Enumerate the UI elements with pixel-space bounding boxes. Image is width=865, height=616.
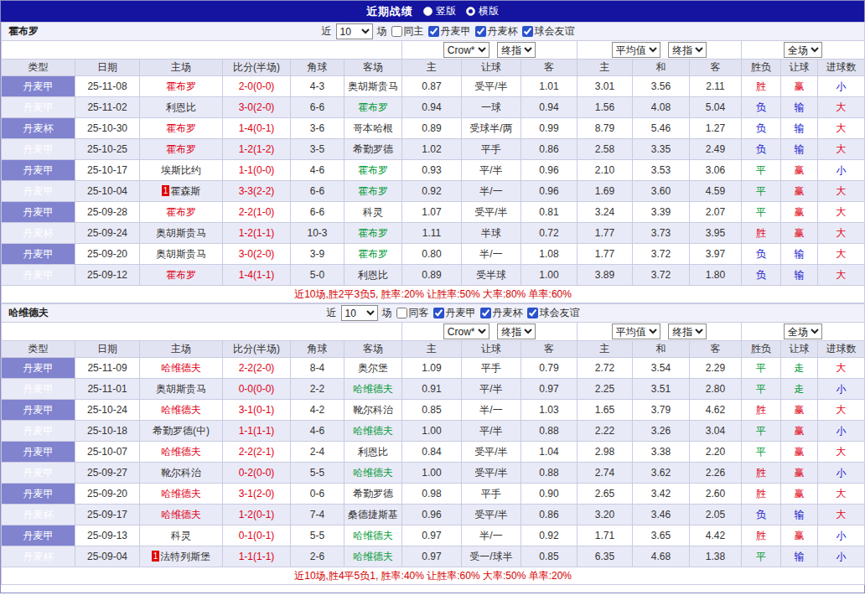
layout-option-horizontal[interactable]: 横版 [466,4,499,18]
horizontal-radio[interactable] [466,7,475,16]
match-filters: 近 10 场 同主 丹麦甲 丹麦杯 球会友谊 [322,23,575,39]
away-team-link[interactable]: 哈维德夫 [344,421,402,442]
layout-option-vertical[interactable]: 竖版 [423,4,456,18]
home-team-link[interactable]: 利恩比 [140,97,223,118]
handicap-cell: 受平/半 [462,442,521,463]
home-team-link[interactable]: 1霍森斯 [140,181,223,202]
handicap-cell: 平/半 [462,160,521,181]
bookmaker-select[interactable]: Crow* [443,324,489,339]
filter-cup[interactable]: 丹麦杯 [480,306,523,320]
away-team-link[interactable]: 霍布罗 [344,223,402,244]
same-venue-checkbox[interactable] [391,26,402,37]
league-checkbox[interactable] [433,308,444,318]
home-team-link[interactable]: 霍布罗 [140,202,223,223]
filter-friendly[interactable]: 球会友谊 [522,24,575,39]
home-team-link[interactable]: 希勤罗德(中) [140,421,223,442]
home-team-link[interactable]: 1法特列斯堡 [140,546,223,567]
average-mode-select[interactable]: 终指 [668,42,707,58]
away-team-link[interactable]: 奥尔堡 [344,358,402,379]
filter-same-venue[interactable]: 同客 [396,306,429,320]
friendly-checkbox[interactable] [522,26,533,37]
away-team-link[interactable]: 靴尔科治 [344,400,402,421]
away-team-link[interactable]: 霍布罗 [344,160,402,181]
home-team-link[interactable]: 哈维德夫 [140,358,223,379]
match-row: 丹麦杯 25-09-24 奥胡斯贵马 1-2(1-1) 10-3 霍布罗 1.1… [2,223,865,244]
result-cell: 平 [742,160,781,181]
home-team-link[interactable]: 霍布罗 [140,76,223,97]
average-mode-select[interactable]: 终指 [668,324,707,339]
bookmaker-select[interactable]: Crow* [443,42,489,58]
cup-checkbox[interactable] [480,308,491,318]
match-date-cell: 25-10-25 [75,139,140,160]
goals-result-cell: 大 [818,358,865,379]
home-team-link[interactable]: 奥胡斯贵马 [140,244,223,265]
filter-league[interactable]: 丹麦甲 [428,24,471,39]
away-team-link[interactable]: 科灵 [344,202,402,223]
league-checkbox[interactable] [428,26,439,37]
home-team-link[interactable]: 霍布罗 [140,118,223,139]
home-odds-cell: 1.00 [402,421,462,442]
home-team-link[interactable]: 哈维德夫 [140,505,223,525]
avg-home-cell: 6.35 [578,546,633,567]
avg-draw-cell: 5.46 [633,118,690,139]
home-team-link[interactable]: 哈维德夫 [140,400,223,421]
vertical-radio[interactable] [423,7,432,16]
home-team-link[interactable]: 科灵 [140,525,223,546]
scope-header: 全场 [742,323,865,341]
bookmaker-mode-select[interactable]: 终指 [497,42,536,58]
home-team-link[interactable]: 埃斯比约 [140,160,223,181]
home-team-link[interactable]: 霍布罗 [140,265,223,286]
cup-checkbox[interactable] [475,26,486,37]
home-team-link[interactable]: 奥胡斯贵马 [140,223,223,244]
handicap-result-cell: 输 [781,244,818,265]
team-name[interactable]: 霍布罗 [8,24,39,39]
away-team-link[interactable]: 哈维德夫 [344,463,402,484]
average-select[interactable]: 平均值 [612,42,660,58]
friendly-checkbox[interactable] [527,308,538,318]
score-cell: 1-4(1-1) [223,265,291,286]
average-select[interactable]: 平均值 [612,324,660,339]
home-team-link[interactable]: 哈维德夫 [140,484,223,505]
filter-cup[interactable]: 丹麦杯 [475,24,518,39]
away-team-link[interactable]: 霍布罗 [344,181,402,202]
avg-draw-cell: 3.53 [633,160,690,181]
away-team-link[interactable]: 利恩比 [344,442,402,463]
away-team-link[interactable]: 哈维德夫 [344,525,402,546]
away-team-link[interactable]: 哈维德夫 [344,546,402,567]
away-team-link[interactable]: 霍布罗 [344,244,402,265]
team-name[interactable]: 哈维德夫 [8,306,49,320]
avg-away-cell: 2.05 [690,505,742,525]
away-team-link[interactable]: 哈维德夫 [344,379,402,400]
scope-select[interactable]: 全场 [784,42,822,58]
filter-label: 同客 [409,306,429,320]
home-team-link[interactable]: 霍布罗 [140,139,223,160]
bookmaker-mode-select[interactable]: 终指 [497,324,536,339]
avg-away-cell: 3.95 [690,223,742,244]
avg-draw-cell: 3.35 [633,139,690,160]
away-team-link[interactable]: 哥本哈根 [344,118,402,139]
away-team-link[interactable]: 利恩比 [344,265,402,286]
avg-draw-cell: 3.51 [633,379,690,400]
goals-result-cell: 小 [818,160,865,181]
filter-same-venue[interactable]: 同主 [391,24,424,39]
away-team-link[interactable]: 霍布罗 [344,97,402,118]
home-team-link[interactable]: 哈维德夫 [140,442,223,463]
home-team-link[interactable]: 奥胡斯贵马 [140,379,223,400]
col-header-home: 主场 [140,60,223,76]
away-team-link[interactable]: 奥胡斯贵马 [344,76,402,97]
away-team-link[interactable]: 希勤罗德 [344,139,402,160]
match-row: 丹麦杯 25-09-17 哈维德夫 1-2(0-1) 7-4 桑德捷斯基 0.9… [2,505,865,525]
filter-league[interactable]: 丹麦甲 [433,306,476,320]
match-count-select[interactable]: 10 [341,305,378,321]
score-cell: 2-0(0-0) [223,76,291,97]
away-odds-cell: 0.96 [521,160,578,181]
match-count-select[interactable]: 10 [336,23,373,39]
scope-select[interactable]: 全场 [784,324,822,339]
same-venue-checkbox[interactable] [396,308,407,318]
avg-away-cell: 1.80 [690,265,742,286]
home-odds-cell: 0.97 [402,546,462,567]
away-team-link[interactable]: 希勤罗德 [344,484,402,505]
filter-friendly[interactable]: 球会友谊 [527,306,580,320]
away-team-link[interactable]: 桑德捷斯基 [344,505,402,525]
home-team-link[interactable]: 靴尔科治 [140,463,223,484]
